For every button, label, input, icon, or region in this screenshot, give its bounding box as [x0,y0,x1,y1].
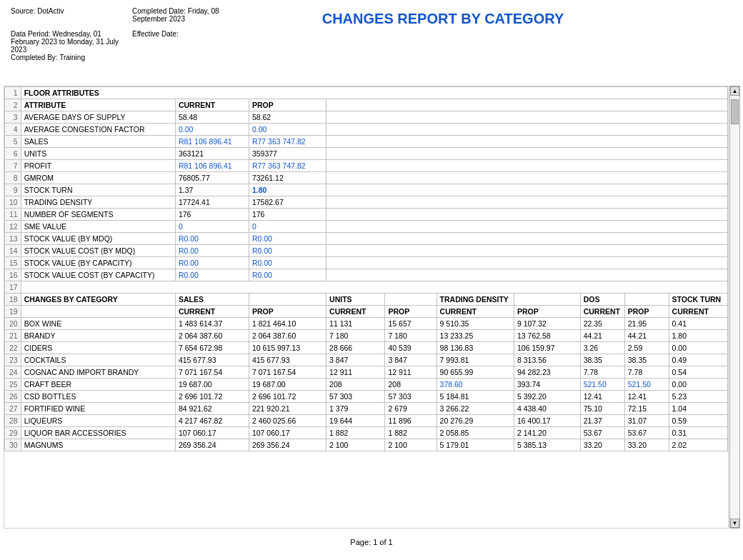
col-attribute: ATTRIBUTE [21,99,175,111]
table-row: 17 [5,281,728,294]
table-row: 11 NUMBER OF SEGMENTS 176 176 [5,209,728,221]
table-row: 14 STOCK VALUE COST (BY MDQ) R0.00 R0.00 [5,245,728,257]
table-row: 26 CSD BOTTLES 2 696 101.72 2 696 101.72… [5,391,728,403]
row-num: 2 [5,99,21,111]
col-prop: PROP [249,99,326,111]
report-title: CHANGES REPORT BY CATEGORY [154,7,732,27]
effective-date: Effective Date: [132,30,179,38]
scroll-up-btn[interactable]: ▲ [730,86,739,96]
table-row: 13 STOCK VALUE (BY MDQ) R0.00 R0.00 [5,233,728,245]
table-row: 7 PROFIT R81 106 896.41 R77 363 747.82 [5,160,728,172]
table-row: 22 CIDERS 7 654 672.98 10 615 997.13 28 … [5,342,728,354]
table-row: 6 UNITS 363121 359377 [5,148,728,160]
table-row: 23 COCKTAILS 415 677.93 415 677.93 3 847… [5,354,728,366]
table-row: 30 MAGNUMS 269 356.24 269 356.24 2 100 2… [5,439,728,451]
page-footer: Page: 1 of 1 [0,532,743,552]
scroll-thumb[interactable] [731,99,739,124]
source-info: Source: DotActiv [11,7,64,15]
table-row: 27 FORTIFIED WINE 84 921.62 221 920.21 1… [5,403,728,415]
data-period: Data Period: Wednesday, 01February 2023 … [11,30,119,61]
table-row: 1 FLOOR ATTRIBUTES [5,87,728,99]
table-row: 2 ATTRIBUTE CURRENT PROP [5,99,728,111]
floor-attributes-header: FLOOR ATTRIBUTES [21,87,727,99]
table-row: 25 CRAFT BEER 19 687.00 19 687.00 208 20… [5,379,728,391]
completed-info: Completed Date: Friday, 08September 2023 [132,7,219,23]
scroll-down-btn[interactable]: ▼ [730,519,739,528]
table-row: 21 BRANDY 2 064 387.60 2 064 387.60 7 18… [5,330,728,342]
report-table: 1 FLOOR ATTRIBUTES 2 ATTRIBUTE CURRENT P… [4,86,728,451]
scrollable-table[interactable]: 1 FLOOR ATTRIBUTES 2 ATTRIBUTE CURRENT P… [4,86,729,529]
table-row: 29 LIQUOR BAR ACCESSORIES 107 060.17 107… [5,427,728,439]
table-row: 8 GMROM 76805.77 73261.12 [5,172,728,184]
table-row: 18 CHANGES BY CATEGORY SALES UNITS TRADI… [5,294,728,306]
table-row: 28 LIQUEURS 4 217 467.82 2 460 025.66 19… [5,415,728,427]
table-row: 4 AVERAGE CONGESTION FACTOR 0.00 0.00 [5,124,728,136]
row-num: 1 [5,87,21,99]
table-row: 16 STOCK VALUE COST (BY CAPACITY) R0.00 … [5,269,728,281]
table-row: 19 CURRENT PROP CURRENT PROP CURRENT PRO… [5,306,728,318]
table-row: 20 BOX WINE 1 483 614.37 1 821 464.10 11… [5,318,728,330]
table-row: 9 STOCK TURN 1.37 1.80 [5,184,728,196]
table-row: 3 AVERAGE DAYS OF SUPPLY 58.48 58.62 [5,111,728,124]
table-row: 12 SME VALUE 0 0 [5,221,728,233]
main-content: 1 FLOOR ATTRIBUTES 2 ATTRIBUTE CURRENT P… [0,86,743,529]
col-current: CURRENT [175,99,249,111]
changes-by-category-header: CHANGES BY CATEGORY [21,294,175,306]
table-row: 24 COGNAC AND IMPORT BRANDY 7 071 167.54… [5,366,728,379]
vertical-scrollbar[interactable]: ▲ ▼ [729,86,740,529]
table-row: 10 TRADING DENSITY 17724.41 17582.67 [5,196,728,209]
table-row: 15 STOCK VALUE (BY CAPACITY) R0.00 R0.00 [5,257,728,269]
table-row: 5 SALES R81 106 896.41 R77 363 747.82 [5,136,728,148]
